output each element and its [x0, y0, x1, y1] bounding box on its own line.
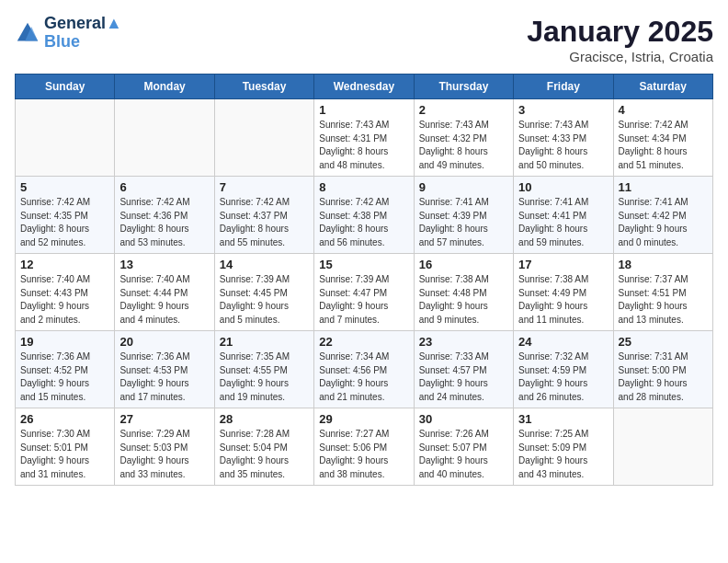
- calendar-cell: 11Sunrise: 7:41 AM Sunset: 4:42 PM Dayli…: [613, 177, 712, 254]
- title-block: January 2025 Gracisce, Istria, Croatia: [527, 15, 713, 64]
- weekday-header-row: SundayMondayTuesdayWednesdayThursdayFrid…: [16, 75, 713, 99]
- calendar-cell: [115, 99, 214, 177]
- day-number: 14: [220, 258, 309, 271]
- day-number: 2: [419, 103, 508, 117]
- calendar-cell: 9Sunrise: 7:41 AM Sunset: 4:39 PM Daylig…: [414, 177, 513, 254]
- day-number: 30: [419, 412, 508, 426]
- week-row-1: 1Sunrise: 7:43 AM Sunset: 4:31 PM Daylig…: [16, 99, 713, 177]
- day-info: Sunrise: 7:31 AM Sunset: 5:00 PM Dayligh…: [619, 350, 708, 404]
- day-info: Sunrise: 7:43 AM Sunset: 4:31 PM Dayligh…: [319, 119, 408, 172]
- logo-icon: [15, 20, 40, 46]
- calendar-cell: 16Sunrise: 7:38 AM Sunset: 4:48 PM Dayli…: [414, 254, 513, 331]
- day-info: Sunrise: 7:42 AM Sunset: 4:38 PM Dayligh…: [319, 196, 408, 249]
- day-number: 22: [319, 335, 408, 349]
- day-number: 8: [319, 180, 408, 194]
- day-info: Sunrise: 7:28 AM Sunset: 5:04 PM Dayligh…: [220, 428, 309, 481]
- day-info: Sunrise: 7:42 AM Sunset: 4:37 PM Dayligh…: [220, 196, 309, 249]
- week-row-4: 19Sunrise: 7:36 AM Sunset: 4:52 PM Dayli…: [16, 331, 713, 408]
- day-info: Sunrise: 7:40 AM Sunset: 4:43 PM Dayligh…: [20, 273, 109, 327]
- calendar-cell: 22Sunrise: 7:34 AM Sunset: 4:56 PM Dayli…: [314, 331, 414, 408]
- logo-text: General▲ Blue: [44, 15, 122, 52]
- day-info: Sunrise: 7:30 AM Sunset: 5:01 PM Dayligh…: [20, 428, 109, 481]
- calendar-cell: 19Sunrise: 7:36 AM Sunset: 4:52 PM Dayli…: [16, 331, 115, 408]
- calendar-cell: 14Sunrise: 7:39 AM Sunset: 4:45 PM Dayli…: [214, 254, 313, 331]
- day-number: 31: [518, 412, 608, 426]
- calendar-cell: 23Sunrise: 7:33 AM Sunset: 4:57 PM Dayli…: [414, 331, 513, 408]
- day-number: 15: [319, 258, 408, 271]
- calendar-cell: 30Sunrise: 7:26 AM Sunset: 5:07 PM Dayli…: [414, 408, 513, 486]
- day-info: Sunrise: 7:29 AM Sunset: 5:03 PM Dayligh…: [119, 428, 209, 481]
- calendar-cell: 21Sunrise: 7:35 AM Sunset: 4:55 PM Dayli…: [214, 331, 313, 408]
- day-info: Sunrise: 7:36 AM Sunset: 4:52 PM Dayligh…: [20, 350, 109, 404]
- calendar-cell: 10Sunrise: 7:41 AM Sunset: 4:41 PM Dayli…: [514, 177, 613, 254]
- day-number: 3: [518, 103, 608, 117]
- day-number: 6: [119, 180, 209, 194]
- day-number: 28: [220, 412, 309, 426]
- calendar-cell: 6Sunrise: 7:42 AM Sunset: 4:36 PM Daylig…: [115, 177, 214, 254]
- calendar-cell: 13Sunrise: 7:40 AM Sunset: 4:44 PM Dayli…: [115, 254, 214, 331]
- day-info: Sunrise: 7:42 AM Sunset: 4:34 PM Dayligh…: [619, 119, 708, 172]
- calendar-cell: 15Sunrise: 7:39 AM Sunset: 4:47 PM Dayli…: [314, 254, 414, 331]
- day-info: Sunrise: 7:42 AM Sunset: 4:36 PM Dayligh…: [119, 196, 209, 249]
- calendar-cell: 31Sunrise: 7:25 AM Sunset: 5:09 PM Dayli…: [514, 408, 613, 486]
- logo: General▲ Blue: [15, 15, 122, 52]
- day-number: 27: [119, 412, 209, 426]
- day-number: 7: [220, 180, 309, 194]
- calendar-table: SundayMondayTuesdayWednesdayThursdayFrid…: [15, 74, 713, 486]
- day-info: Sunrise: 7:41 AM Sunset: 4:42 PM Dayligh…: [619, 196, 708, 249]
- page-header: General▲ Blue January 2025 Gracisce, Ist…: [15, 15, 713, 64]
- calendar-cell: 12Sunrise: 7:40 AM Sunset: 4:43 PM Dayli…: [16, 254, 115, 331]
- day-number: 5: [20, 180, 109, 194]
- weekday-header-wednesday: Wednesday: [314, 75, 414, 99]
- calendar-cell: 24Sunrise: 7:32 AM Sunset: 4:59 PM Dayli…: [514, 331, 613, 408]
- day-info: Sunrise: 7:39 AM Sunset: 4:45 PM Dayligh…: [220, 273, 309, 327]
- day-number: 29: [319, 412, 408, 426]
- calendar-cell: 26Sunrise: 7:30 AM Sunset: 5:01 PM Dayli…: [16, 408, 115, 486]
- weekday-header-saturday: Saturday: [613, 75, 712, 99]
- day-info: Sunrise: 7:42 AM Sunset: 4:35 PM Dayligh…: [20, 196, 109, 249]
- subtitle: Gracisce, Istria, Croatia: [527, 49, 713, 64]
- calendar-cell: 8Sunrise: 7:42 AM Sunset: 4:38 PM Daylig…: [314, 177, 414, 254]
- calendar-cell: 4Sunrise: 7:42 AM Sunset: 4:34 PM Daylig…: [613, 99, 712, 177]
- calendar-cell: 25Sunrise: 7:31 AM Sunset: 5:00 PM Dayli…: [613, 331, 712, 408]
- calendar-cell: 18Sunrise: 7:37 AM Sunset: 4:51 PM Dayli…: [613, 254, 712, 331]
- calendar-cell: 27Sunrise: 7:29 AM Sunset: 5:03 PM Dayli…: [115, 408, 214, 486]
- day-number: 17: [518, 258, 608, 271]
- calendar-cell: [16, 99, 115, 177]
- main-title: January 2025: [527, 15, 713, 49]
- day-number: 19: [20, 335, 109, 349]
- day-info: Sunrise: 7:39 AM Sunset: 4:47 PM Dayligh…: [319, 273, 408, 327]
- day-info: Sunrise: 7:33 AM Sunset: 4:57 PM Dayligh…: [419, 350, 508, 404]
- week-row-2: 5Sunrise: 7:42 AM Sunset: 4:35 PM Daylig…: [16, 177, 713, 254]
- day-info: Sunrise: 7:27 AM Sunset: 5:06 PM Dayligh…: [319, 428, 408, 481]
- day-number: 9: [419, 180, 508, 194]
- weekday-header-tuesday: Tuesday: [214, 75, 313, 99]
- day-number: 24: [518, 335, 608, 349]
- day-info: Sunrise: 7:32 AM Sunset: 4:59 PM Dayligh…: [518, 350, 608, 404]
- week-row-3: 12Sunrise: 7:40 AM Sunset: 4:43 PM Dayli…: [16, 254, 713, 331]
- calendar-cell: [214, 99, 313, 177]
- weekday-header-sunday: Sunday: [16, 75, 115, 99]
- day-info: Sunrise: 7:26 AM Sunset: 5:07 PM Dayligh…: [419, 428, 508, 481]
- calendar-cell: 1Sunrise: 7:43 AM Sunset: 4:31 PM Daylig…: [314, 99, 414, 177]
- day-number: 11: [619, 180, 708, 194]
- week-row-5: 26Sunrise: 7:30 AM Sunset: 5:01 PM Dayli…: [16, 408, 713, 486]
- calendar-cell: 5Sunrise: 7:42 AM Sunset: 4:35 PM Daylig…: [16, 177, 115, 254]
- day-number: 26: [20, 412, 109, 426]
- day-number: 4: [619, 103, 708, 117]
- calendar-cell: 29Sunrise: 7:27 AM Sunset: 5:06 PM Dayli…: [314, 408, 414, 486]
- day-info: Sunrise: 7:35 AM Sunset: 4:55 PM Dayligh…: [220, 350, 309, 404]
- day-info: Sunrise: 7:41 AM Sunset: 4:41 PM Dayligh…: [518, 196, 608, 249]
- day-info: Sunrise: 7:36 AM Sunset: 4:53 PM Dayligh…: [119, 350, 209, 404]
- day-info: Sunrise: 7:43 AM Sunset: 4:33 PM Dayligh…: [518, 119, 608, 172]
- day-number: 23: [419, 335, 508, 349]
- day-info: Sunrise: 7:38 AM Sunset: 4:48 PM Dayligh…: [419, 273, 508, 327]
- day-info: Sunrise: 7:34 AM Sunset: 4:56 PM Dayligh…: [319, 350, 408, 404]
- day-number: 10: [518, 180, 608, 194]
- day-info: Sunrise: 7:43 AM Sunset: 4:32 PM Dayligh…: [419, 119, 508, 172]
- day-number: 25: [619, 335, 708, 349]
- day-number: 21: [220, 335, 309, 349]
- day-number: 13: [119, 258, 209, 271]
- calendar-cell: 2Sunrise: 7:43 AM Sunset: 4:32 PM Daylig…: [414, 99, 513, 177]
- weekday-header-friday: Friday: [514, 75, 613, 99]
